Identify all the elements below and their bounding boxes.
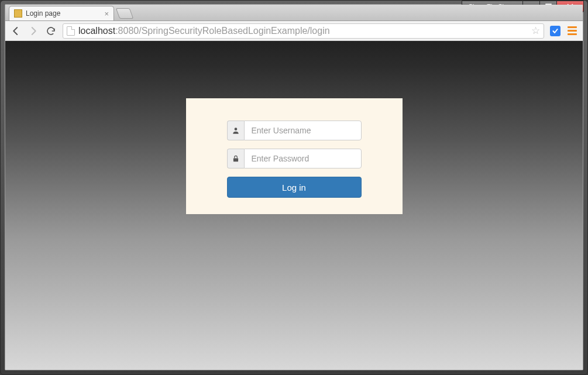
extension-button[interactable]: [550, 26, 561, 36]
bookmark-star-icon[interactable]: ☆: [531, 25, 540, 37]
login-card: Log in: [186, 98, 403, 214]
lock-icon: [227, 149, 244, 168]
url-text: localhost:8080/SpringSecurityRoleBasedLo…: [78, 26, 330, 36]
password-input[interactable]: [244, 149, 362, 168]
tab-close-button[interactable]: ×: [104, 9, 109, 18]
favicon-icon: [14, 9, 22, 18]
chrome-menu-button[interactable]: [566, 25, 578, 36]
page-icon: [67, 26, 75, 36]
login-button[interactable]: Log in: [227, 177, 362, 198]
page-viewport: Log in: [5, 41, 583, 370]
address-bar[interactable]: localhost:8080/SpringSecurityRoleBasedLo…: [63, 23, 544, 39]
url-path: :8080/SpringSecurityRoleBasedLoginExampl…: [115, 26, 329, 36]
url-host: localhost: [78, 26, 115, 36]
password-group: [227, 149, 362, 168]
os-window-frame: ShaunTheSheep Login page ×: [0, 0, 588, 375]
svg-rect-3: [233, 158, 238, 161]
reload-button[interactable]: [45, 25, 57, 37]
username-group: [227, 121, 362, 140]
tab-title: Login page: [26, 9, 60, 18]
svg-point-2: [234, 128, 237, 130]
forward-button[interactable]: [27, 25, 39, 37]
browser-toolbar: localhost:8080/SpringSecurityRoleBasedLo…: [5, 21, 583, 41]
back-button[interactable]: [10, 25, 22, 37]
new-tab-button[interactable]: [116, 8, 134, 19]
browser-window: Login page × localhost:8080/SpringSecuri…: [5, 4, 583, 370]
user-icon: [227, 121, 244, 140]
browser-tab[interactable]: Login page ×: [9, 6, 114, 20]
tab-strip: Login page ×: [5, 5, 583, 21]
username-input[interactable]: [244, 121, 362, 140]
